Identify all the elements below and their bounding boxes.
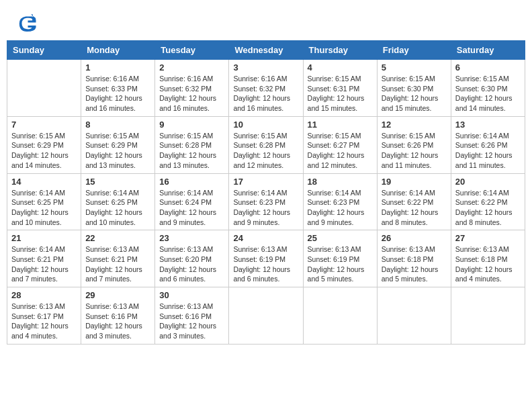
cell-info: Sunrise: 6:13 AM Sunset: 6:21 PM Dayligh… — [85, 244, 150, 284]
cell-info: Sunrise: 6:15 AM Sunset: 6:31 PM Dayligh… — [308, 74, 373, 113]
cell-info: Sunrise: 6:15 AM Sunset: 6:29 PM Dayligh… — [11, 131, 77, 171]
calendar-cell: 30Sunrise: 6:13 AM Sunset: 6:16 PM Dayli… — [155, 287, 229, 345]
day-number: 1 — [85, 62, 150, 73]
day-number: 20 — [455, 177, 521, 187]
calendar-cell — [451, 287, 525, 345]
day-number: 5 — [382, 62, 447, 73]
cell-info: Sunrise: 6:15 AM Sunset: 6:27 PM Dayligh… — [308, 131, 373, 171]
calendar-cell: 27Sunrise: 6:13 AM Sunset: 6:18 PM Dayli… — [451, 230, 525, 287]
page-header — [7, 7, 525, 37]
calendar-cell — [377, 287, 451, 345]
calendar-cell: 2Sunrise: 6:16 AM Sunset: 6:32 PM Daylig… — [155, 60, 229, 117]
day-number: 23 — [159, 233, 224, 243]
calendar-week-row: 28Sunrise: 6:13 AM Sunset: 6:17 PM Dayli… — [7, 287, 525, 345]
calendar-cell: 20Sunrise: 6:14 AM Sunset: 6:22 PM Dayli… — [451, 173, 525, 230]
cell-info: Sunrise: 6:14 AM Sunset: 6:25 PM Dayligh… — [11, 188, 77, 228]
calendar-cell: 6Sunrise: 6:15 AM Sunset: 6:30 PM Daylig… — [451, 60, 525, 117]
cell-info: Sunrise: 6:14 AM Sunset: 6:26 PM Dayligh… — [455, 131, 521, 171]
day-number: 29 — [85, 290, 150, 300]
calendar-cell: 11Sunrise: 6:15 AM Sunset: 6:27 PM Dayli… — [303, 116, 377, 173]
cell-info: Sunrise: 6:14 AM Sunset: 6:21 PM Dayligh… — [11, 244, 77, 284]
calendar-cell: 4Sunrise: 6:15 AM Sunset: 6:31 PM Daylig… — [303, 60, 377, 117]
calendar-table: SundayMondayTuesdayWednesdayThursdayFrid… — [7, 40, 525, 345]
calendar-cell: 1Sunrise: 6:16 AM Sunset: 6:33 PM Daylig… — [81, 60, 155, 117]
day-number: 28 — [11, 290, 77, 300]
calendar-week-row: 14Sunrise: 6:14 AM Sunset: 6:25 PM Dayli… — [7, 173, 525, 230]
day-number: 6 — [455, 62, 521, 73]
calendar-cell: 24Sunrise: 6:13 AM Sunset: 6:19 PM Dayli… — [229, 230, 303, 287]
calendar-week-row: 21Sunrise: 6:14 AM Sunset: 6:21 PM Dayli… — [7, 230, 525, 287]
calendar-cell: 16Sunrise: 6:14 AM Sunset: 6:24 PM Dayli… — [155, 173, 229, 230]
cell-info: Sunrise: 6:13 AM Sunset: 6:18 PM Dayligh… — [455, 244, 521, 284]
day-number: 3 — [233, 62, 298, 73]
weekday-header: Monday — [81, 41, 155, 60]
cell-info: Sunrise: 6:15 AM Sunset: 6:28 PM Dayligh… — [233, 131, 298, 171]
day-number: 26 — [382, 233, 447, 243]
day-number: 4 — [308, 62, 373, 73]
calendar-cell: 13Sunrise: 6:14 AM Sunset: 6:26 PM Dayli… — [451, 116, 525, 173]
logo — [17, 13, 40, 34]
cell-info: Sunrise: 6:14 AM Sunset: 6:25 PM Dayligh… — [85, 188, 150, 228]
weekday-header: Saturday — [451, 41, 525, 60]
day-number: 14 — [11, 177, 77, 187]
day-number: 8 — [85, 120, 150, 130]
cell-info: Sunrise: 6:15 AM Sunset: 6:26 PM Dayligh… — [382, 131, 447, 171]
calendar-cell: 22Sunrise: 6:13 AM Sunset: 6:21 PM Dayli… — [81, 230, 155, 287]
day-number: 12 — [382, 120, 447, 130]
calendar-cell: 7Sunrise: 6:15 AM Sunset: 6:29 PM Daylig… — [7, 116, 81, 173]
calendar-cell: 23Sunrise: 6:13 AM Sunset: 6:20 PM Dayli… — [155, 230, 229, 287]
calendar-cell: 10Sunrise: 6:15 AM Sunset: 6:28 PM Dayli… — [229, 116, 303, 173]
day-number: 21 — [11, 233, 77, 243]
cell-info: Sunrise: 6:13 AM Sunset: 6:19 PM Dayligh… — [308, 244, 373, 284]
day-number: 16 — [159, 177, 224, 187]
cell-info: Sunrise: 6:13 AM Sunset: 6:16 PM Dayligh… — [159, 302, 224, 341]
day-number: 30 — [159, 290, 224, 300]
calendar-header-row: SundayMondayTuesdayWednesdayThursdayFrid… — [7, 41, 525, 60]
weekday-header: Friday — [377, 41, 451, 60]
day-number: 7 — [11, 120, 77, 130]
cell-info: Sunrise: 6:14 AM Sunset: 6:23 PM Dayligh… — [233, 188, 298, 228]
cell-info: Sunrise: 6:13 AM Sunset: 6:17 PM Dayligh… — [11, 302, 77, 341]
day-number: 10 — [233, 120, 298, 130]
cell-info: Sunrise: 6:14 AM Sunset: 6:23 PM Dayligh… — [308, 188, 373, 228]
day-number: 2 — [159, 62, 224, 73]
cell-info: Sunrise: 6:13 AM Sunset: 6:20 PM Dayligh… — [159, 244, 224, 284]
cell-info: Sunrise: 6:16 AM Sunset: 6:32 PM Dayligh… — [159, 74, 224, 113]
day-number: 22 — [85, 233, 150, 243]
calendar-cell: 14Sunrise: 6:14 AM Sunset: 6:25 PM Dayli… — [7, 173, 81, 230]
calendar-cell: 21Sunrise: 6:14 AM Sunset: 6:21 PM Dayli… — [7, 230, 81, 287]
cell-info: Sunrise: 6:13 AM Sunset: 6:16 PM Dayligh… — [85, 302, 150, 341]
day-number: 15 — [85, 177, 150, 187]
weekday-header: Thursday — [303, 41, 377, 60]
day-number: 9 — [159, 120, 224, 130]
calendar-cell: 28Sunrise: 6:13 AM Sunset: 6:17 PM Dayli… — [7, 287, 81, 345]
day-number: 27 — [455, 233, 521, 243]
day-number: 25 — [308, 233, 373, 243]
logo-icon — [17, 13, 37, 34]
cell-info: Sunrise: 6:14 AM Sunset: 6:22 PM Dayligh… — [455, 188, 521, 228]
weekday-header: Tuesday — [155, 41, 229, 60]
calendar-cell — [303, 287, 377, 345]
cell-info: Sunrise: 6:15 AM Sunset: 6:30 PM Dayligh… — [455, 74, 521, 113]
cell-info: Sunrise: 6:15 AM Sunset: 6:28 PM Dayligh… — [159, 131, 224, 171]
day-number: 17 — [233, 177, 298, 187]
calendar-cell: 19Sunrise: 6:14 AM Sunset: 6:22 PM Dayli… — [377, 173, 451, 230]
day-number: 13 — [455, 120, 521, 130]
weekday-header: Sunday — [7, 41, 81, 60]
calendar-week-row: 7Sunrise: 6:15 AM Sunset: 6:29 PM Daylig… — [7, 116, 525, 173]
day-number: 24 — [233, 233, 298, 243]
calendar-cell: 18Sunrise: 6:14 AM Sunset: 6:23 PM Dayli… — [303, 173, 377, 230]
weekday-header: Wednesday — [229, 41, 303, 60]
calendar-cell: 15Sunrise: 6:14 AM Sunset: 6:25 PM Dayli… — [81, 173, 155, 230]
calendar-cell: 25Sunrise: 6:13 AM Sunset: 6:19 PM Dayli… — [303, 230, 377, 287]
calendar-cell: 8Sunrise: 6:15 AM Sunset: 6:29 PM Daylig… — [81, 116, 155, 173]
calendar-cell: 5Sunrise: 6:15 AM Sunset: 6:30 PM Daylig… — [377, 60, 451, 117]
day-number: 19 — [382, 177, 447, 187]
cell-info: Sunrise: 6:15 AM Sunset: 6:29 PM Dayligh… — [85, 131, 150, 171]
calendar-cell: 26Sunrise: 6:13 AM Sunset: 6:18 PM Dayli… — [377, 230, 451, 287]
cell-info: Sunrise: 6:16 AM Sunset: 6:33 PM Dayligh… — [85, 74, 150, 113]
calendar-cell: 3Sunrise: 6:16 AM Sunset: 6:32 PM Daylig… — [229, 60, 303, 117]
calendar-cell: 12Sunrise: 6:15 AM Sunset: 6:26 PM Dayli… — [377, 116, 451, 173]
cell-info: Sunrise: 6:14 AM Sunset: 6:24 PM Dayligh… — [159, 188, 224, 228]
cell-info: Sunrise: 6:15 AM Sunset: 6:30 PM Dayligh… — [382, 74, 447, 113]
